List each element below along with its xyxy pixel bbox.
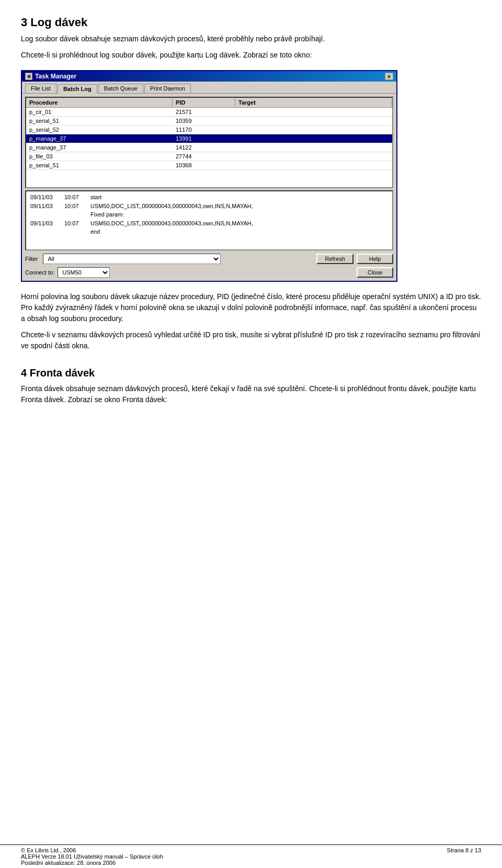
- para2: Chcete-li si prohlédnout log soubor dáve…: [21, 50, 481, 61]
- process-table: Procedure PID Target p_cir_01 21571 p_se…: [25, 97, 393, 188]
- cell-pid: 13991: [173, 135, 235, 142]
- window-content-area: Procedure PID Target p_cir_01 21571 p_se…: [22, 93, 396, 281]
- log-row: 09/11/03 10:07 USM50,DOC_LIST,,000000043…: [29, 219, 382, 228]
- connect-select[interactable]: USM50: [58, 267, 110, 278]
- table-row-selected[interactable]: p_manage_37 13991: [26, 134, 392, 143]
- footer-company: © Ex Libris Ltd., 2006: [21, 847, 163, 853]
- log-row: 09/11/03 10:07 USM50,DOC_LIST,,000000043…: [29, 202, 382, 211]
- window-title: Task Manager: [35, 73, 76, 80]
- titlebar-left: ⊞ Task Manager: [25, 73, 76, 80]
- cell-pid: 10359: [173, 117, 235, 124]
- cell-target: [235, 126, 392, 133]
- cell-pid: 10368: [173, 162, 235, 169]
- cell-target: [235, 153, 392, 160]
- footer-page: Strana 8 z 13: [447, 847, 481, 866]
- tab-print-daemon[interactable]: Print Daemon: [144, 84, 191, 93]
- log-date: 09/11/03: [29, 202, 63, 211]
- window-titlebar: ⊞ Task Manager ✕: [22, 71, 396, 82]
- table-row[interactable]: p_cir_01 21571: [26, 108, 392, 117]
- table-row[interactable]: p_file_03 27744: [26, 152, 392, 161]
- para1: Log soubor dávek obsahuje seznam dávkový…: [21, 33, 481, 44]
- window-icon: ⊞: [25, 73, 32, 80]
- log-content: 09/11/03 10:07 start 09/11/03 10:07 USM5…: [26, 191, 392, 238]
- cell-target: [235, 135, 392, 142]
- log-date: 09/11/03: [29, 219, 63, 228]
- footer-left: © Ex Libris Ltd., 2006 ALEPH Verze 18.01…: [21, 847, 163, 866]
- table-row[interactable]: p_serial_52 11170: [26, 125, 392, 134]
- cell-procedure: p_cir_01: [26, 108, 173, 116]
- tab-file-list[interactable]: File List: [25, 84, 56, 93]
- close-button[interactable]: Close: [357, 267, 393, 278]
- cell-target: [235, 117, 392, 124]
- connect-row: Connect to: USM50 Close: [25, 267, 393, 278]
- cell-target: [235, 144, 392, 151]
- footer-date: Poslední aktualizace: 28. února 2006: [21, 860, 163, 866]
- para5: Fronta dávek obsahuje seznam dávkových p…: [21, 383, 481, 405]
- window-tabs: File List Batch Log Batch Queue Print Da…: [22, 82, 396, 93]
- log-message: end: [89, 227, 382, 236]
- log-output-area: 09/11/03 10:07 start 09/11/03 10:07 USM5…: [25, 190, 393, 250]
- log-date: [29, 210, 63, 219]
- connect-label: Connect to:: [25, 269, 54, 276]
- table-header-row: Procedure PID Target: [26, 98, 392, 108]
- section-4-title: 4 Fronta dávek: [21, 367, 481, 379]
- log-message: USM50,DOC_LIST,,000000043,000000043,own,…: [89, 219, 382, 228]
- cell-procedure: p_serial_52: [26, 126, 173, 133]
- footer-product: ALEPH Verze 18.01 Uživatelský manuál – S…: [21, 853, 163, 860]
- tab-batch-log[interactable]: Batch Log: [58, 84, 97, 94]
- cell-procedure: p_manage_37: [26, 144, 173, 151]
- log-date: 09/11/03: [29, 193, 63, 202]
- refresh-button[interactable]: Refresh: [316, 254, 353, 264]
- log-message: USM50,DOC_LIST,,000000043,000000043,own,…: [89, 202, 382, 211]
- log-time: [63, 210, 89, 219]
- tab-batch-queue[interactable]: Batch Queue: [98, 84, 143, 93]
- log-time: 10:07: [63, 219, 89, 228]
- filter-label: Filter: [25, 256, 38, 262]
- cell-pid: 11170: [173, 126, 235, 133]
- log-row: end: [29, 227, 382, 236]
- log-message: Fixed param:: [89, 210, 382, 219]
- task-manager-window: ⊞ Task Manager ✕ File List Batch Log Bat…: [21, 70, 397, 282]
- cell-procedure: p_manage_37: [26, 135, 173, 142]
- log-date: [29, 227, 63, 236]
- para3: Horní polovina log souboru dávek ukazuje…: [21, 291, 481, 324]
- cell-pid: 27744: [173, 153, 235, 160]
- section-3-title: 3 Log dávek: [21, 16, 481, 29]
- help-button[interactable]: Help: [357, 254, 393, 264]
- page-footer: © Ex Libris Ltd., 2006 ALEPH Verze 18.01…: [0, 844, 502, 868]
- para4: Chcete-li v seznamu dávkových procesů vy…: [21, 329, 481, 351]
- table-row[interactable]: p_serial_51 10359: [26, 117, 392, 125]
- table-row[interactable]: p_manage_37 14122: [26, 143, 392, 152]
- process-table-wrapper: Procedure PID Target p_cir_01 21571 p_se…: [25, 97, 393, 188]
- log-time: 10:07: [63, 202, 89, 211]
- window-close-button[interactable]: ✕: [385, 73, 393, 80]
- cell-procedure: p_file_03: [26, 153, 173, 160]
- log-row: 09/11/03 10:07 start: [29, 193, 382, 202]
- cell-procedure: p_serial_51: [26, 162, 173, 169]
- log-row: Fixed param:: [29, 210, 382, 219]
- log-time: 10:07: [63, 193, 89, 202]
- col-pid: PID: [173, 98, 235, 107]
- cell-pid: 14122: [173, 144, 235, 151]
- table-row[interactable]: p_serial_51 10368: [26, 161, 392, 170]
- log-time: [63, 227, 89, 236]
- col-target: Target: [235, 98, 392, 107]
- cell-procedure: p_serial_51: [26, 117, 173, 124]
- cell-target: [235, 162, 392, 169]
- col-procedure: Procedure: [26, 98, 173, 107]
- filter-select[interactable]: All: [43, 254, 221, 264]
- cell-target: [235, 108, 392, 116]
- connect-left: Connect to: USM50: [25, 267, 110, 278]
- filter-row: Filter All Refresh Help: [25, 254, 393, 264]
- log-message: start: [89, 193, 382, 202]
- cell-pid: 21571: [173, 108, 235, 116]
